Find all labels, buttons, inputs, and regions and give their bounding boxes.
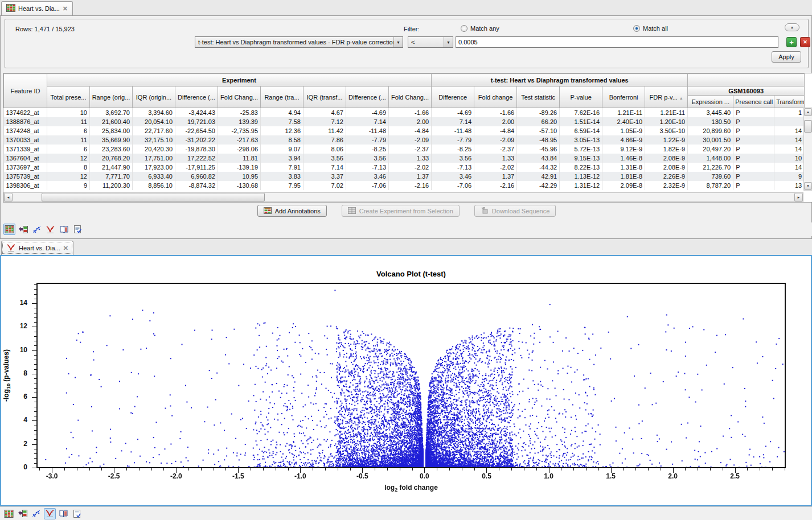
- table-cell: -139.19: [218, 163, 261, 172]
- column-header[interactable]: Bonferroni: [602, 86, 645, 108]
- column-header[interactable]: Difference (...: [346, 86, 389, 108]
- plus-icon: +: [789, 39, 794, 46]
- table-cell: -7.06: [346, 181, 389, 190]
- column-header[interactable]: Difference: [432, 86, 474, 108]
- plot-view-tabbar: Heart vs. Dia... ✕: [0, 239, 812, 255]
- column-header[interactable]: Presence call: [733, 96, 774, 108]
- table-cell: 22,717.60: [133, 126, 175, 135]
- table-cell: 3.46: [432, 172, 474, 181]
- column-header[interactable]: Difference (...: [175, 86, 218, 108]
- table-cell: 42.91: [517, 172, 560, 181]
- add-annotations-button[interactable]: Add Annotations: [257, 205, 327, 217]
- scroll-down-icon[interactable]: ▼: [804, 182, 812, 190]
- table-row[interactable]: 1370033_at1135,669.9032,175.10-31,202.22…: [4, 135, 805, 145]
- table-view-panel: Rows: 1,471 / 15,923 Filter: Match any M…: [0, 16, 812, 239]
- filter-operator-dropdown[interactable]: < ▼: [408, 36, 453, 48]
- x-axis-label: log2 fold change: [31, 484, 791, 493]
- volcano-plot-icon[interactable]: [44, 508, 56, 519]
- download-sequence-button[interactable]: Download Sequence: [474, 205, 556, 217]
- match-any-radio[interactable]: Match any: [461, 25, 499, 32]
- column-header[interactable]: P-value: [560, 86, 602, 108]
- column-header[interactable]: Fold change: [474, 86, 517, 108]
- match-all-radio[interactable]: Match all: [633, 25, 668, 32]
- scroll-left-icon[interactable]: ◄: [4, 193, 13, 201]
- volcano-plot-icon[interactable]: [44, 224, 56, 235]
- table-row[interactable]: 1371339_at623,283.6020,420.30-19,878.30-…: [4, 145, 805, 154]
- table-cell: 8.06: [304, 145, 346, 154]
- table-view-icon[interactable]: [3, 508, 15, 519]
- apply-button[interactable]: Apply: [772, 51, 801, 63]
- experiment-table-icon[interactable]: [17, 508, 28, 519]
- scroll-right-icon[interactable]: ►: [794, 193, 803, 201]
- filter-value-input[interactable]: [456, 36, 778, 48]
- table-row[interactable]: 1373697_at821,447.9017,923.00-17,911.25-…: [4, 163, 805, 172]
- group-header-experiment[interactable]: Experiment: [47, 74, 432, 86]
- table-cell: 1.05E-9: [602, 126, 645, 135]
- collapse-filter-button[interactable]: ▲: [785, 23, 799, 31]
- report-icon[interactable]: [71, 508, 83, 519]
- table-row[interactable]: 1398306_at911,200.308,856.10-8,874.32-13…: [4, 181, 805, 190]
- group-header-gsm160093[interactable]: GSM160093: [688, 86, 805, 96]
- table-cell: P: [733, 145, 774, 154]
- column-header[interactable]: Transform...: [774, 96, 805, 108]
- table-cell: P: [733, 108, 774, 118]
- volcano-scatter-canvas[interactable]: [31, 280, 791, 473]
- column-header[interactable]: Range (tra...: [261, 86, 304, 108]
- match-all-label: Match all: [643, 25, 668, 32]
- book-icon[interactable]: [58, 508, 69, 519]
- close-icon[interactable]: ✕: [63, 6, 68, 12]
- filter-column-dropdown[interactable]: t-test: Heart vs Diaphragm transformed v…: [195, 36, 403, 48]
- column-header[interactable]: Range (orig...: [90, 86, 133, 108]
- table-cell: -7.06: [432, 181, 474, 190]
- close-icon[interactable]: ✕: [63, 245, 68, 251]
- tab-volcano-plot[interactable]: Heart vs. Dia... ✕: [1, 241, 73, 255]
- table-row[interactable]: 1374248_at625,834.0022,717.60-22,654.50-…: [4, 126, 805, 135]
- table-cell: 7.86: [304, 135, 346, 145]
- column-header[interactable]: Fold Chang...: [218, 86, 261, 108]
- horizontal-scrollbar[interactable]: ◄ ►: [3, 192, 803, 202]
- remove-filter-button[interactable]: ✕: [800, 37, 810, 47]
- column-header[interactable]: IQR (origin...: [133, 86, 175, 108]
- table-row[interactable]: 1367604_at1220,768.2017,751.0017,222.521…: [4, 154, 805, 163]
- table-cell: P: [733, 154, 774, 163]
- table-cell: 139.39: [218, 117, 261, 126]
- column-header[interactable]: FDR p-v...▲: [645, 86, 688, 108]
- column-header-feature-id[interactable]: Feature ID: [4, 74, 47, 108]
- scatter-plot-icon[interactable]: [30, 508, 42, 519]
- table-row[interactable]: 1374622_at103,692.703,394.60-3,424.43-25…: [4, 108, 805, 118]
- button-label: Create Experiment from Selection: [359, 208, 453, 214]
- scroll-up-icon[interactable]: ▲: [804, 108, 812, 116]
- column-header[interactable]: Fold Chang...: [389, 86, 432, 108]
- horizontal-scroll-thumb[interactable]: [42, 193, 265, 201]
- book-icon[interactable]: [58, 224, 70, 235]
- table-cell: 20,899.60: [688, 126, 733, 135]
- collapse-icon: ▲: [790, 26, 794, 29]
- table-cell: 7.12: [304, 117, 346, 126]
- table-cell: 3.05E-13: [560, 135, 602, 145]
- column-header[interactable]: IQR (transf...: [304, 86, 346, 108]
- group-header-sample-outer[interactable]: [688, 74, 805, 86]
- vertical-scrollbar[interactable]: ▲ ▼: [803, 108, 812, 191]
- table-cell: 6: [47, 145, 90, 154]
- tab-table-view[interactable]: Heart vs. Dia... ✕: [1, 1, 73, 15]
- column-header[interactable]: Expression ...: [688, 96, 733, 108]
- group-header-ttest[interactable]: t-test: Heart vs Diaphragm transformed v…: [432, 74, 688, 86]
- chart-title: Volcano Plot (t-test): [31, 270, 791, 278]
- create-experiment-button[interactable]: Create Experiment from Selection: [342, 205, 460, 217]
- add-filter-button[interactable]: +: [786, 37, 797, 47]
- scatter-plot-icon[interactable]: [31, 224, 43, 235]
- vertical-scroll-thumb[interactable]: [804, 120, 812, 133]
- column-header[interactable]: Total prese...: [47, 86, 90, 108]
- table-cell: -19,878.30: [175, 145, 218, 154]
- table-cell: -7.79: [346, 135, 389, 145]
- experiment-table-icon[interactable]: [17, 224, 29, 235]
- table-view-icon[interactable]: [3, 224, 15, 235]
- table-cell: -7.13: [346, 163, 389, 172]
- table-row[interactable]: 1375739_at127,771.706,933.406,960.8210.9…: [4, 172, 805, 181]
- annotations-table-icon: [264, 207, 272, 215]
- table-cell: -4.69: [432, 108, 474, 118]
- report-icon[interactable]: [72, 224, 84, 235]
- x-tick-label: 0.0: [413, 472, 436, 480]
- table-row[interactable]: 1388876_at1121,600.4020,054.1019,721.031…: [4, 117, 805, 126]
- column-header[interactable]: Test statistic: [517, 86, 560, 108]
